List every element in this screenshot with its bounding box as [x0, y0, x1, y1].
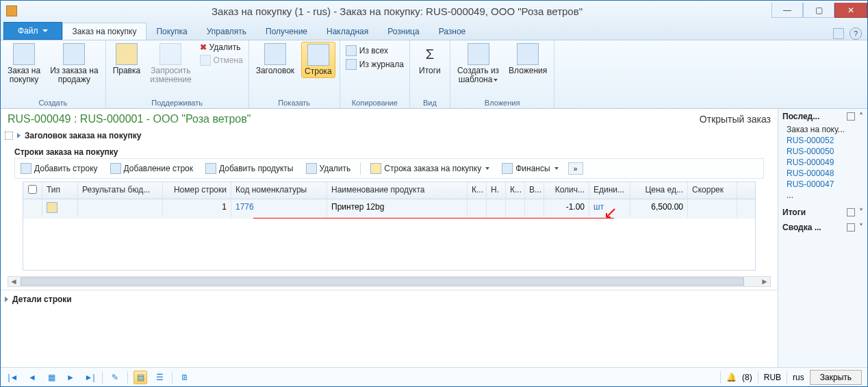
nav-first-button[interactable]: |◄: [6, 371, 20, 384]
section-title: Строки заказа на покупку: [14, 147, 118, 157]
finance-menu[interactable]: Финансы: [499, 162, 561, 175]
row-checkbox-cell[interactable]: [23, 199, 42, 218]
section-header-details[interactable]: Детали строки: [1, 290, 778, 308]
recent-link[interactable]: RUS-000049: [787, 157, 862, 168]
panel-options-icon[interactable]: [847, 223, 855, 232]
recent-link[interactable]: RUS-000050: [787, 146, 862, 157]
col-price[interactable]: Цена ед...: [630, 182, 688, 199]
add-lines-icon: [110, 163, 121, 174]
tab-purchase-order[interactable]: Заказ на покупку: [62, 23, 147, 40]
lbl: Правка: [113, 66, 141, 75]
tab-misc[interactable]: Разное: [429, 23, 476, 40]
header-view-button[interactable]: Заголовок: [253, 42, 297, 77]
bell-icon[interactable]: 🔔: [726, 373, 737, 382]
close-form-button[interactable]: Закрыть: [810, 370, 862, 385]
document-nav-button[interactable]: 🗎: [178, 371, 192, 384]
col-name[interactable]: Наименование продукта: [327, 182, 468, 199]
scroll-left-icon[interactable]: ◄: [8, 277, 19, 286]
from-journal-button[interactable]: Из журнала: [344, 58, 405, 71]
delete-button[interactable]: ✖Удалить: [199, 42, 244, 53]
line-type-icon: [47, 202, 58, 213]
section-header-order[interactable]: Заголовок заказа на покупку: [1, 129, 778, 142]
row-k2: [506, 199, 525, 218]
scroll-right-icon[interactable]: ►: [759, 277, 770, 286]
nav-grid-button[interactable]: ▦: [44, 371, 58, 384]
chevron-up-icon: ˄: [859, 112, 863, 121]
col-checkbox[interactable]: [23, 182, 42, 199]
col-budget[interactable]: Результаты бюд...: [78, 182, 163, 199]
from-all-button[interactable]: Из всех: [344, 45, 405, 57]
more-tools-button[interactable]: »: [568, 162, 583, 175]
recent-header[interactable]: Послед... ˄: [778, 109, 867, 124]
delete-line-button[interactable]: Удалить: [303, 162, 354, 175]
col-qty[interactable]: Колич...: [544, 182, 589, 199]
col-k1[interactable]: К...: [468, 182, 487, 199]
recent-link[interactable]: RUS-000048: [787, 168, 862, 179]
close-button[interactable]: ✕: [834, 3, 867, 18]
nav-prev-button[interactable]: ◄: [25, 371, 39, 384]
lbl: Заказ на: [8, 66, 40, 75]
horizontal-scrollbar[interactable]: ◄ ►: [8, 276, 771, 287]
section-title: Детали строки: [12, 295, 72, 304]
lbl: Добавить продукты: [219, 164, 293, 173]
chevron-down-icon: ˅: [859, 223, 863, 232]
help-button[interactable]: ?: [850, 27, 862, 40]
col-n[interactable]: Н.: [487, 182, 506, 199]
nav-last-button[interactable]: ►|: [83, 371, 97, 384]
recent-link[interactable]: RUS-000052: [787, 135, 862, 146]
table-row[interactable]: 1 1776 Принтер 12bg -1.00 шт 6,500.00: [23, 199, 755, 219]
new-po-button[interactable]: Заказ напокупку: [5, 42, 43, 86]
nav-next-button[interactable]: ►: [64, 371, 77, 384]
col-v[interactable]: В...: [525, 182, 544, 199]
lines-icon: [307, 44, 329, 66]
select-all-checkbox[interactable]: [28, 185, 37, 194]
request-icon: [159, 43, 181, 65]
create-from-template-button[interactable]: Создать изшаблона: [455, 42, 502, 86]
group-label: Поддерживать: [110, 97, 244, 108]
col-k2[interactable]: К...: [506, 182, 525, 199]
totals-header[interactable]: Итоги ˅: [778, 205, 867, 220]
panel-options-icon[interactable]: [847, 112, 855, 121]
recent-more[interactable]: ...: [787, 190, 862, 201]
maximize-button[interactable]: ▢: [803, 3, 834, 18]
col-unit[interactable]: Едини...: [589, 182, 630, 199]
po-line-menu[interactable]: Строка заказа на покупку: [368, 162, 492, 175]
totals-button[interactable]: Σ Итоги: [414, 42, 446, 77]
add-line-button[interactable]: Добавить строку: [18, 162, 101, 175]
col-line[interactable]: Номер строки: [163, 182, 231, 199]
row-corr: [688, 199, 737, 218]
line-view-button[interactable]: Строка: [301, 42, 335, 78]
tab-purchase[interactable]: Покупка: [146, 23, 196, 40]
template-icon: [468, 43, 489, 65]
recent-subtitle: Заказ на поку...: [787, 124, 862, 135]
attachments-button[interactable]: Вложения: [506, 42, 550, 77]
file-menu[interactable]: Файл: [3, 22, 62, 40]
edit-button[interactable]: Правка: [110, 42, 144, 77]
summary-header[interactable]: Сводка ... ˅: [778, 220, 867, 235]
minimize-button[interactable]: —: [771, 3, 803, 18]
add-lines-button[interactable]: Добавление строк: [107, 162, 196, 175]
recent-link[interactable]: RUS-000047: [787, 179, 862, 190]
lbl: Финансы: [515, 164, 550, 173]
tab-receive[interactable]: Получение: [256, 23, 317, 40]
separator: [172, 371, 173, 384]
from-sales-order-button[interactable]: Из заказа напродажу: [47, 42, 101, 86]
edit-nav-button[interactable]: ✎: [108, 371, 122, 384]
col-corr[interactable]: Скоррек: [688, 182, 737, 199]
tab-retail[interactable]: Розница: [378, 23, 429, 40]
view-mode-2[interactable]: ☰: [153, 371, 166, 384]
scroll-thumb[interactable]: [21, 277, 744, 286]
col-type[interactable]: Тип: [42, 182, 78, 199]
tab-invoice[interactable]: Накладная: [317, 23, 378, 40]
tab-manage[interactable]: Управлять: [197, 23, 256, 40]
view-mode-1[interactable]: ▤: [133, 371, 147, 384]
view-icon[interactable]: [833, 28, 844, 39]
lbl: Строка: [305, 67, 332, 76]
row-code[interactable]: 1776: [231, 199, 327, 218]
lbl: Послед...: [782, 112, 819, 121]
panel-options-icon[interactable]: [847, 208, 855, 216]
col-code[interactable]: Код номенклатуры: [231, 182, 327, 199]
paperclip-icon: [517, 43, 539, 65]
add-products-button[interactable]: Добавить продукты: [203, 162, 296, 175]
row-n: [487, 199, 506, 218]
